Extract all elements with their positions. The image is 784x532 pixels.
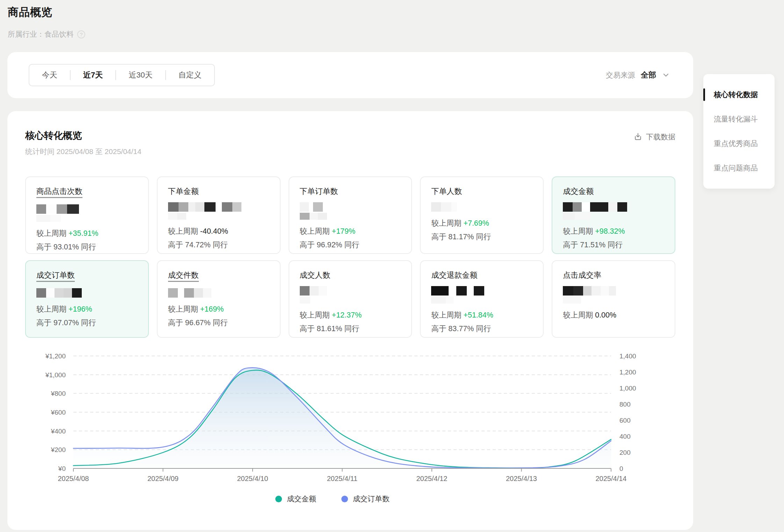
- mosaic-block: [194, 288, 203, 298]
- tab-today[interactable]: 今天: [29, 70, 70, 80]
- metric-card[interactable]: 下单金额 较上周期 -40.40% 高于 74.72% 同行: [157, 176, 281, 254]
- metric-card[interactable]: 成交件数 较上周期 +169% 高于 96.67% 同行: [157, 260, 281, 338]
- legend-item-1[interactable]: 成交订单数: [341, 494, 390, 504]
- side-nav-item-core-conversion[interactable]: 核心转化数据: [703, 82, 775, 107]
- metric-change: 较上周期 +7.69%: [431, 218, 532, 228]
- mosaic-block: [179, 202, 188, 212]
- mosaic-block: [563, 202, 573, 212]
- legend-item-0[interactable]: 成交金额: [275, 494, 316, 504]
- mosaic-block: [168, 202, 179, 212]
- metric-card[interactable]: 成交金额 较上周期 +98.32% 高于 71.51% 同行: [552, 176, 675, 254]
- mosaic-block: [72, 288, 82, 298]
- mosaic-block: [195, 202, 204, 212]
- metric-card[interactable]: 点击成交率 较上周期 0.00%: [552, 260, 675, 338]
- metric-card[interactable]: 成交订单数 较上周期 +196% 高于 97.07% 同行: [25, 260, 149, 338]
- tab-custom[interactable]: 自定义: [166, 70, 214, 80]
- trade-source-label: 交易来源: [606, 70, 635, 80]
- panel-subtitle: 统计时间 2025/04/08 至 2025/04/14: [25, 147, 141, 156]
- mosaic-block: [50, 215, 61, 222]
- side-nav-item-top-products[interactable]: 重点优秀商品: [703, 131, 775, 156]
- y-axis-right-label: 600: [619, 417, 631, 424]
- mosaic-block: [57, 204, 67, 214]
- metric-value-redacted: [300, 202, 401, 212]
- chart-svg: ¥0¥200¥400¥600¥800¥1,000¥1,2000200400600…: [25, 349, 675, 486]
- metric-value-redacted-2: [431, 297, 532, 304]
- metric-title: 下单订单数: [300, 187, 338, 196]
- metric-change: 较上周期 +35.91%: [36, 228, 138, 238]
- mosaic-block: [313, 202, 323, 212]
- side-nav-item-label: 核心转化数据: [714, 90, 758, 100]
- metric-change: 较上周期 +169%: [168, 304, 269, 314]
- metric-title: 下单金额: [168, 187, 199, 196]
- panel-title: 核心转化概览: [25, 129, 82, 142]
- mosaic-block: [188, 202, 195, 212]
- metric-title: 成交退款金额: [431, 271, 477, 280]
- side-nav-item-problem-products[interactable]: 重点问题商品: [703, 156, 775, 180]
- tab-last-30-days[interactable]: 近30天: [116, 70, 165, 80]
- help-icon[interactable]: ?: [77, 30, 85, 38]
- metric-card[interactable]: 商品点击次数 较上周期 +35.91% 高于 93.01% 同行: [25, 176, 149, 254]
- mosaic-block: [573, 202, 582, 212]
- x-axis-label: 2025/4/11: [327, 475, 358, 482]
- mosaic-block: [216, 202, 222, 212]
- download-data-button[interactable]: 下载数据: [633, 132, 675, 142]
- download-icon: [633, 132, 643, 141]
- metric-peer: 高于 74.72% 同行: [168, 240, 269, 250]
- metric-value-redacted: [168, 202, 269, 212]
- filter-card: 今天 近7天 近30天 自定义 交易来源 全部: [7, 52, 693, 98]
- metric-peer: 高于 81.17% 同行: [431, 232, 532, 242]
- metric-value-redacted-2: [563, 297, 664, 304]
- metric-value-redacted: [431, 286, 532, 296]
- mosaic-block: [318, 213, 327, 220]
- core-conversion-panel: 核心转化概览 统计时间 2025/04/08 至 2025/04/14 下载数据…: [7, 111, 693, 530]
- side-nav-item-traffic-funnel[interactable]: 流量转化漏斗: [703, 107, 775, 131]
- mosaic-block: [36, 215, 50, 222]
- trade-source-value: 全部: [641, 70, 656, 80]
- mosaic-block: [446, 297, 453, 304]
- mosaic-block: [55, 288, 64, 298]
- tab-last-7-days[interactable]: 近7天: [71, 70, 115, 80]
- mosaic-block: [474, 286, 484, 296]
- mosaic-block: [310, 213, 318, 220]
- mosaic-block: [222, 202, 232, 212]
- y-axis-left-label: ¥600: [51, 409, 66, 416]
- trade-source-select[interactable]: 交易来源 全部: [606, 52, 670, 98]
- mosaic-block: [203, 288, 211, 298]
- metric-grid: 商品点击次数 较上周期 +35.91% 高于 93.01% 同行 下单金额 较上…: [25, 176, 675, 338]
- mosaic-block: [168, 213, 177, 220]
- mosaic-block: [617, 202, 627, 212]
- metric-card[interactable]: 成交退款金额 较上周期 +51.84% 高于 83.77% 同行: [420, 260, 544, 338]
- mosaic-block: [467, 286, 474, 296]
- mosaic-block: [563, 286, 573, 296]
- metric-card[interactable]: 成交人数 较上周期 +12.37% 高于 81.61% 同行: [289, 260, 412, 338]
- y-axis-right-label: 1,000: [619, 385, 636, 392]
- metric-card[interactable]: 下单订单数 较上周期 +179% 高于 96.92% 同行: [289, 176, 412, 254]
- mosaic-block: [300, 297, 310, 304]
- metric-value-redacted: [431, 202, 532, 212]
- metric-peer: 高于 96.67% 同行: [168, 318, 269, 328]
- metric-value-redacted: [168, 288, 269, 298]
- metric-change: 较上周期 -40.40%: [168, 226, 269, 236]
- y-axis-right-label: 0: [619, 465, 623, 472]
- metric-change: 较上周期 +51.84%: [431, 310, 532, 320]
- y-axis-right-label: 200: [619, 449, 631, 456]
- side-nav-item-label: 重点问题商品: [714, 163, 758, 173]
- mosaic-block: [609, 286, 616, 296]
- y-axis-left-label: ¥800: [51, 390, 66, 397]
- metric-card[interactable]: 下单人数 较上周期 +7.69% 高于 81.17% 同行: [420, 176, 544, 254]
- metric-title: 成交人数: [300, 271, 331, 280]
- metric-peer: 高于 96.92% 同行: [300, 240, 401, 250]
- side-nav-item-label: 重点优秀商品: [714, 139, 758, 148]
- metric-title: 成交金额: [563, 187, 594, 196]
- x-axis-label: 2025/4/12: [416, 475, 448, 482]
- x-axis-label: 2025/4/13: [506, 475, 537, 482]
- metric-change: 较上周期 +98.32%: [563, 226, 664, 236]
- mosaic-block: [563, 213, 575, 220]
- active-indicator: [703, 88, 705, 101]
- mosaic-block: [583, 286, 591, 296]
- chevron-down-icon: [662, 71, 670, 79]
- mosaic-block: [36, 288, 46, 298]
- metric-title: 点击成交率: [563, 271, 601, 280]
- side-nav-item-label: 流量转化漏斗: [714, 114, 758, 124]
- industry-label: 所属行业：食品饮料: [8, 29, 74, 39]
